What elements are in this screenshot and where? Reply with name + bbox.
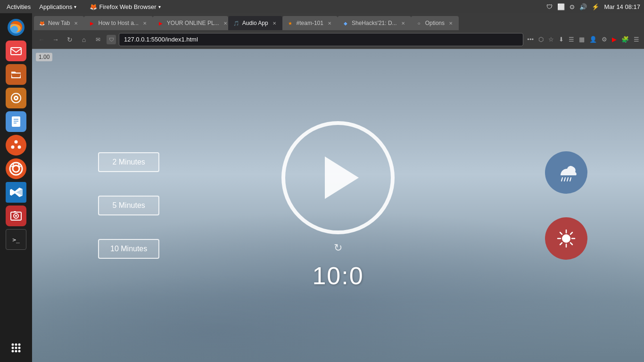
svg-point-5 bbox=[15, 97, 17, 99]
tab-close-audio-app[interactable]: ✕ bbox=[271, 20, 278, 26]
top-bar-right: 🛡 ⬜ ⊙ 🔊 ⚡ Mar 14 08:17 bbox=[546, 3, 640, 10]
svg-line-36 bbox=[570, 178, 571, 181]
dock-item-firefox[interactable] bbox=[6, 17, 26, 38]
pocket-icon[interactable]: ⬡ bbox=[537, 35, 545, 44]
replay-button[interactable]: ↻ bbox=[334, 242, 342, 254]
play-button[interactable] bbox=[281, 121, 395, 234]
battery-icon: ⚡ bbox=[592, 3, 599, 10]
tab-favicon-new-tab: 🦊 bbox=[39, 20, 45, 26]
mail-badge bbox=[7, 41, 10, 45]
svg-point-15 bbox=[13, 165, 19, 172]
dock-item-terminal[interactable]: >_ bbox=[6, 229, 26, 250]
youtube-icon[interactable]: ▶ bbox=[611, 35, 618, 44]
10-minutes-button[interactable]: 10 Minutes bbox=[98, 239, 159, 259]
extensions-icon[interactable]: 🧩 bbox=[620, 35, 630, 44]
browser-menu[interactable]: 🦊 Firefox Web Browser ▾ bbox=[90, 3, 160, 10]
reload-button[interactable]: ↻ bbox=[64, 34, 75, 45]
dock-item-notes[interactable] bbox=[6, 111, 26, 132]
timer-display: 10:0 bbox=[312, 262, 363, 290]
tab-youtube1[interactable]: ▶ How to Host a... ✕ bbox=[84, 16, 152, 30]
svg-point-26 bbox=[18, 344, 21, 346]
dock-item-screenshot[interactable] bbox=[6, 206, 26, 226]
fx-sync-icon[interactable]: ⚙ bbox=[601, 35, 608, 44]
svg-point-12 bbox=[11, 146, 15, 149]
version-label: 1.00 bbox=[36, 53, 52, 61]
tab-favicon-shehacks: ◆ bbox=[342, 20, 349, 26]
svg-line-42 bbox=[560, 232, 562, 234]
library-icon[interactable]: ☰ bbox=[568, 35, 575, 44]
svg-line-34 bbox=[564, 178, 565, 181]
tab-shehacks[interactable]: ◆ SheHacks'21: D... ✕ bbox=[338, 16, 411, 30]
tab-new-tab[interactable]: 🦊 New Tab ✕ bbox=[34, 16, 84, 30]
svg-point-24 bbox=[12, 344, 14, 346]
dock-item-ubuntu[interactable] bbox=[6, 135, 26, 156]
security-icon: 🛡 bbox=[107, 35, 116, 44]
account-icon[interactable]: 👤 bbox=[588, 35, 598, 44]
tab-audio-app[interactable]: 🎵 Audio App ✕ bbox=[228, 16, 282, 30]
address-bar-icons: ••• ⬡ ☆ ⬇ ☰ ▦ 👤 ⚙ ▶ 🧩 ☰ bbox=[526, 35, 640, 44]
svg-point-14 bbox=[10, 163, 22, 175]
dock-item-vscode[interactable] bbox=[6, 182, 26, 203]
envelope-icon: ✉ bbox=[92, 34, 104, 45]
application-dock: >_ bbox=[0, 13, 32, 362]
activities-button[interactable]: Activities bbox=[4, 3, 33, 10]
dock-item-files[interactable] bbox=[6, 64, 26, 85]
timer-buttons-group: 2 Minutes 5 Minutes 10 Minutes bbox=[98, 152, 159, 259]
sidebar-icon[interactable]: ▦ bbox=[578, 35, 586, 44]
browser-window: 🦊 New Tab ✕ ▶ How to Host a... ✕ ▶ YOUR … bbox=[32, 13, 644, 362]
svg-point-25 bbox=[15, 344, 17, 346]
applications-menu[interactable]: Applications ▾ bbox=[39, 3, 76, 10]
dock-item-audio[interactable] bbox=[6, 88, 26, 108]
download-icon[interactable]: ⬇ bbox=[558, 35, 565, 44]
5-minutes-button[interactable]: 5 Minutes bbox=[98, 196, 159, 215]
svg-line-35 bbox=[567, 178, 568, 181]
dock-item-mail[interactable] bbox=[6, 41, 26, 61]
dock-item-help[interactable] bbox=[6, 158, 26, 179]
svg-rect-23 bbox=[14, 211, 16, 213]
tab-close-team101[interactable]: ✕ bbox=[326, 20, 333, 26]
svg-point-32 bbox=[18, 350, 21, 353]
svg-rect-2 bbox=[11, 48, 21, 55]
dock-item-apps[interactable] bbox=[6, 337, 26, 358]
more-button[interactable]: ••• bbox=[526, 35, 535, 44]
right-buttons-group bbox=[545, 151, 587, 260]
svg-point-27 bbox=[12, 347, 14, 349]
tab-favicon-audio-app: 🎵 bbox=[233, 20, 239, 26]
tab-close-youtube2[interactable]: ✕ bbox=[222, 20, 228, 26]
datetime: Mar 14 08:17 bbox=[604, 3, 640, 10]
bookmark-icon[interactable]: ☆ bbox=[547, 35, 555, 44]
svg-line-33 bbox=[561, 178, 562, 181]
camera-icon: ⊙ bbox=[570, 3, 575, 10]
tab-bar: 🦊 New Tab ✕ ▶ How to Host a... ✕ ▶ YOUR … bbox=[32, 13, 644, 30]
tab-close-options[interactable]: ✕ bbox=[447, 20, 454, 26]
svg-rect-6 bbox=[12, 116, 20, 127]
audio-app-page: 1.00 2 Minutes 5 Minutes 10 Minutes ↻ 10… bbox=[32, 49, 644, 362]
home-button[interactable]: ⌂ bbox=[78, 34, 90, 45]
tab-favicon-options: ○ bbox=[416, 20, 422, 26]
tab-team101[interactable]: ★ #team-101 ✕ bbox=[282, 16, 338, 30]
rain-sound-button[interactable] bbox=[545, 151, 587, 194]
tab-favicon-team101: ★ bbox=[287, 20, 294, 26]
tab-close-new-tab[interactable]: ✕ bbox=[73, 20, 79, 26]
tab-favicon-youtube2: ▶ bbox=[157, 20, 164, 26]
tab-close-youtube1[interactable]: ✕ bbox=[141, 20, 148, 26]
tab-close-shehacks[interactable]: ✕ bbox=[400, 20, 406, 26]
speaker-icon: 🔊 bbox=[579, 3, 587, 10]
url-input[interactable] bbox=[119, 33, 523, 46]
back-button[interactable]: ← bbox=[36, 34, 47, 45]
play-area: ↻ 10:0 bbox=[281, 121, 395, 290]
rain-icon bbox=[555, 161, 578, 184]
web-content: 1.00 2 Minutes 5 Minutes 10 Minutes ↻ 10… bbox=[32, 49, 644, 362]
forward-button[interactable]: → bbox=[50, 34, 61, 45]
2-minutes-button[interactable]: 2 Minutes bbox=[98, 152, 159, 172]
svg-point-30 bbox=[12, 350, 14, 353]
tab-options[interactable]: ○ Options ✕ bbox=[411, 16, 459, 30]
top-bar: Activities Applications ▾ 🦊 Firefox Web … bbox=[0, 0, 644, 13]
hamburger-menu[interactable]: ☰ bbox=[633, 35, 640, 44]
sun-icon bbox=[556, 228, 577, 249]
svg-point-11 bbox=[15, 140, 18, 144]
svg-point-29 bbox=[18, 347, 21, 349]
svg-point-22 bbox=[15, 215, 17, 217]
tab-youtube2[interactable]: ▶ YOUR ONLINE PL... ✕ bbox=[153, 16, 228, 30]
sun-sound-button[interactable] bbox=[545, 217, 587, 260]
